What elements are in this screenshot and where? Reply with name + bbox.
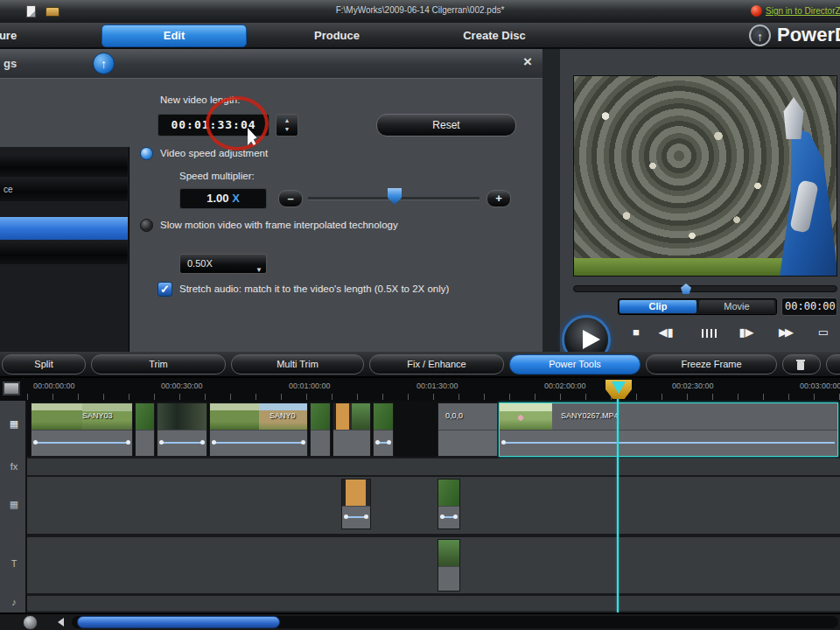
dialog-option-selected[interactable]: [0, 217, 128, 240]
upload-info-icon[interactable]: ↑: [93, 52, 115, 74]
timeline-clip[interactable]: [438, 539, 460, 592]
speed-increase-button[interactable]: +: [486, 190, 511, 207]
land-thumbnail: [32, 403, 82, 430]
clip-mode-button[interactable]: Clip: [620, 300, 696, 313]
volume-keyframe-dot[interactable]: [387, 440, 391, 444]
clip-volume-line[interactable]: [160, 442, 204, 444]
new-project-icon[interactable]: [26, 5, 36, 18]
trash-button[interactable]: [782, 354, 821, 374]
sign-in-link[interactable]: Sign in to DirectorZone: [766, 6, 840, 16]
seek-thumb[interactable]: [681, 284, 691, 294]
spinner-down-icon[interactable]: ▼: [276, 126, 298, 132]
speed-slider-thumb[interactable]: [388, 188, 402, 205]
tab-produce[interactable]: Produce: [289, 29, 385, 42]
reset-button[interactable]: Reset: [376, 114, 516, 136]
video-track-2-row[interactable]: [27, 477, 840, 534]
volume-keyframe-dot[interactable]: [159, 440, 164, 444]
clip-volume-line[interactable]: [376, 442, 390, 444]
fx-track-row[interactable]: [27, 458, 840, 475]
speed-multiplier-field[interactable]: 1.00 X: [179, 188, 267, 209]
time-spinner[interactable]: ▲ ▼: [276, 114, 298, 136]
video-track-2-icon[interactable]: ▦: [6, 499, 22, 510]
timeline-clip[interactable]: [438, 479, 460, 529]
next-frame-button[interactable]: ▮▶: [733, 322, 760, 343]
volume-keyframe-dot[interactable]: [453, 514, 458, 519]
open-project-icon[interactable]: [46, 7, 60, 17]
title-bar: F:\MyWorks\2009-06-14 Cilgerran\002.pds*…: [0, 0, 840, 23]
timeline-clip[interactable]: [157, 402, 207, 457]
timeline-clip[interactable]: [373, 402, 394, 457]
power-tools-button[interactable]: Power Tools: [509, 354, 640, 374]
doc-thumbnail: [342, 480, 370, 506]
stop-button[interactable]: ■: [623, 322, 649, 343]
video-preview: [573, 75, 837, 276]
volume-keyframe-dot[interactable]: [440, 514, 444, 519]
clip-label: SANY03: [82, 411, 113, 420]
previous-frame-button[interactable]: ◀▮: [653, 322, 679, 343]
sign-in-area[interactable]: Sign in to DirectorZone: [751, 3, 840, 20]
snapshot-button[interactable]: ▭: [810, 322, 836, 343]
volume-keyframe-dot[interactable]: [126, 440, 130, 444]
video-track-3-row[interactable]: [27, 537, 840, 593]
timeline-clip[interactable]: [135, 402, 155, 457]
multi-trim-button[interactable]: Multi Trim: [231, 354, 364, 374]
freeze-frame-button[interactable]: Freeze Frame: [646, 354, 777, 374]
tab-edit[interactable]: Edit: [102, 24, 247, 47]
video-track-1-icon[interactable]: ▦: [6, 418, 22, 430]
close-icon[interactable]: ×: [519, 53, 536, 71]
clip-volume-line[interactable]: [345, 516, 368, 518]
slow-motion-radio-label: Slow motion video with frame interpolate…: [160, 220, 398, 230]
timeline-clip[interactable]: [310, 402, 331, 457]
volume-keyframe-dot[interactable]: [33, 440, 38, 444]
volume-keyframe-dot[interactable]: [212, 440, 216, 444]
music-track-icon[interactable]: ♪: [6, 597, 22, 607]
dialog-option[interactable]: [0, 154, 128, 177]
fix-enhance-button[interactable]: Fix / Enhance: [369, 354, 504, 374]
title-track-icon[interactable]: T: [6, 558, 22, 569]
clip-thumbnails: [500, 403, 552, 430]
clip-volume-line[interactable]: [441, 516, 457, 518]
timeline-zoom-button[interactable]: [23, 615, 38, 630]
track-manager-icon[interactable]: [3, 382, 20, 396]
clip-thumbnails: [311, 403, 330, 430]
timeline-clip[interactable]: [341, 479, 371, 529]
capture-frame-button[interactable]: [696, 322, 722, 343]
clip-volume-line[interactable]: [34, 442, 130, 444]
timeline-ruler[interactable]: 00:00:00:0000:00:30:0000:01:00:0000:01:3…: [0, 378, 840, 401]
spinner-up-icon[interactable]: ▲: [276, 117, 298, 123]
horizontal-scrollbar[interactable]: [72, 616, 838, 628]
video-speed-radio[interactable]: [140, 147, 153, 160]
tab-capture[interactable]: Capture: [0, 29, 38, 45]
scroll-left-icon[interactable]: [58, 618, 64, 626]
clip-volume-line[interactable]: [502, 442, 835, 444]
fx-track-icon[interactable]: fx: [6, 461, 22, 472]
preview-seek-slider[interactable]: [573, 285, 837, 292]
music-track-row[interactable]: [27, 596, 840, 611]
speed-decrease-button[interactable]: –: [278, 190, 303, 207]
volume-keyframe-dot[interactable]: [301, 440, 305, 444]
trim-button[interactable]: Trim: [91, 354, 226, 374]
volume-keyframe-dot[interactable]: [344, 514, 348, 519]
movie-mode-button[interactable]: Movie: [699, 300, 774, 313]
volume-keyframe-dot[interactable]: [375, 440, 380, 444]
volume-keyframe-dot[interactable]: [364, 514, 368, 519]
timeline-clip[interactable]: SANY0: [209, 402, 308, 457]
dialog-title-fragment: gs: [4, 57, 17, 70]
volume-keyframe-dot[interactable]: [501, 440, 506, 444]
stretch-audio-checkbox[interactable]: ✓: [158, 282, 172, 297]
clip-volume-line[interactable]: [213, 442, 304, 444]
partial-toolbar-button[interactable]: [826, 354, 840, 374]
timeline-clip-selected[interactable]: SANY0267.MP4: [499, 402, 838, 457]
split-button[interactable]: Split: [2, 354, 86, 374]
dialog-option[interactable]: [0, 242, 128, 264]
volume-keyframe-dot[interactable]: [200, 440, 205, 444]
slow-motion-speed-dropdown[interactable]: 0.50X ▼: [179, 254, 267, 274]
slow-motion-radio[interactable]: [140, 219, 153, 232]
timeline-clip[interactable]: [332, 402, 371, 457]
dialog-option[interactable]: ce: [0, 178, 128, 201]
timeline-clip[interactable]: SANY03: [31, 402, 133, 457]
scrollbar-thumb[interactable]: [77, 616, 280, 628]
timeline-clip[interactable]: 0,0,0: [438, 402, 498, 457]
tab-create-disc[interactable]: Create Disc: [438, 29, 551, 42]
fast-forward-button[interactable]: ▶▶: [772, 322, 798, 343]
